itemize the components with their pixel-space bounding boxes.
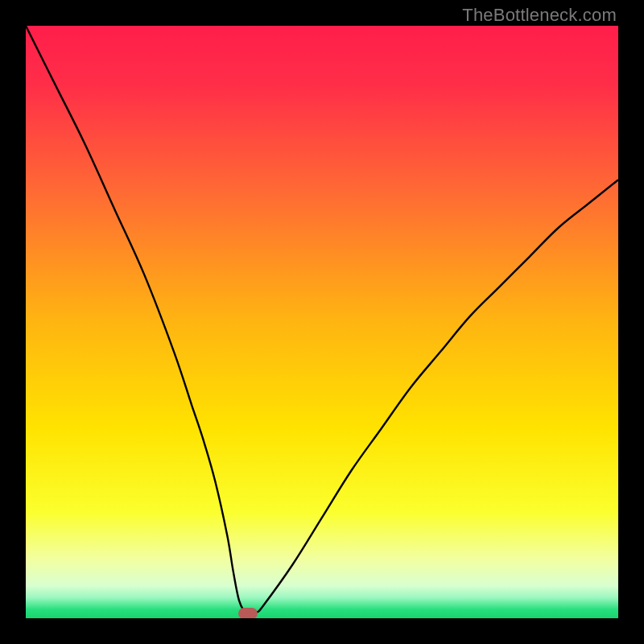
optimal-marker <box>238 608 258 618</box>
plot-area <box>26 26 618 618</box>
bottleneck-curve <box>26 26 618 618</box>
curve-layer <box>26 26 618 618</box>
chart-frame: TheBottleneck.com <box>0 0 644 644</box>
watermark-text: TheBottleneck.com <box>462 5 617 26</box>
